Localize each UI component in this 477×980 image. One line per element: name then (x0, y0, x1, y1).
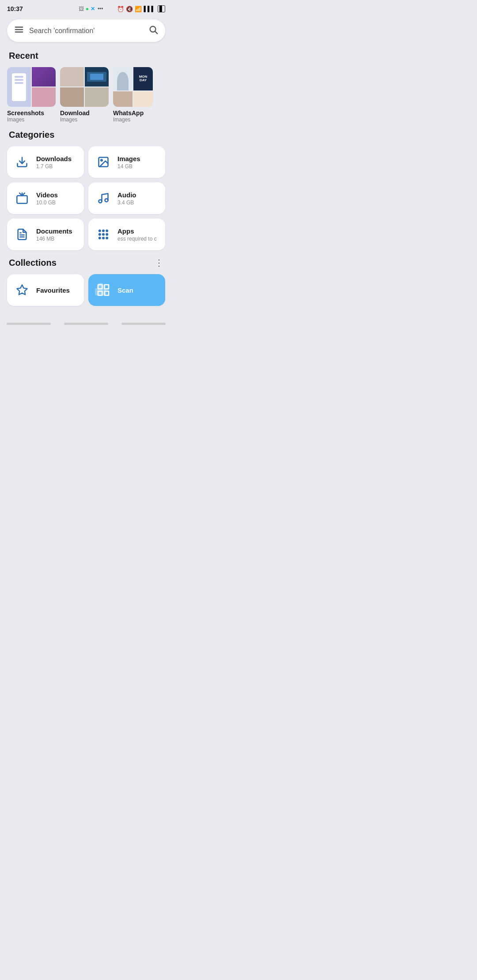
category-documents-info: Documents 146 MB (36, 227, 72, 242)
category-documents-size: 146 MB (36, 236, 72, 242)
signal-icon: ▌▌▌ (144, 6, 155, 12)
thumb-wa-2: MONDAY (133, 67, 153, 90)
svg-rect-28 (105, 291, 109, 295)
category-images-name: Images (117, 155, 140, 162)
category-audio-name: Audio (117, 191, 136, 199)
favourites-star-icon (14, 282, 30, 298)
time: 10:37 (7, 5, 23, 12)
photo-notification-icon: 🖼 (79, 6, 84, 12)
svg-point-22 (106, 237, 108, 239)
category-images[interactable]: Images 14 GB (88, 146, 165, 178)
category-apps-name: Apps (117, 227, 157, 235)
whatsapp-notification-icon: ● (86, 6, 89, 12)
status-icons: 🖼 ● ✕ ••• ⏰ 🔇 📶 ▌▌▌ ▋ (79, 5, 165, 12)
collections-title: Collections (9, 258, 57, 268)
videos-icon (14, 190, 30, 206)
svg-point-21 (102, 237, 104, 239)
thumb-wa-1 (113, 67, 132, 90)
nav-pill-2 (64, 323, 108, 325)
search-placeholder[interactable]: Search 'confirmation' (29, 27, 143, 35)
category-images-info: Images 14 GB (117, 155, 140, 170)
album-download-type: Images (60, 117, 109, 123)
thumb-wa-4 (133, 91, 153, 107)
album-download[interactable]: Download Images (60, 67, 109, 123)
svg-rect-26 (105, 285, 109, 289)
svg-line-4 (155, 31, 157, 34)
recent-section: Recent Screenshots Images (0, 51, 172, 123)
svg-point-14 (99, 230, 101, 232)
images-icon (95, 154, 111, 170)
categories-section: Categories Downloads 1.7 GB (0, 130, 172, 250)
category-videos[interactable]: Videos 10.0 GB (7, 182, 84, 214)
collections-section: Collections ⋮ Favourites (0, 257, 172, 313)
svg-point-7 (101, 159, 102, 161)
search-container: Search 'confirmation' (0, 16, 172, 47)
category-apps-size: ess required to c (117, 236, 157, 242)
category-downloads-info: Downloads 1.7 GB (36, 155, 72, 170)
svg-point-19 (106, 234, 108, 235)
thumb-download-3 (60, 87, 84, 107)
status-bar: 10:37 🖼 ● ✕ ••• ⏰ 🔇 📶 ▌▌▌ ▋ (0, 0, 172, 16)
thumb-download-2 (85, 67, 109, 87)
audio-icon (95, 190, 111, 206)
collections-header: Collections ⋮ (7, 257, 165, 268)
wifi-icon: 📶 (135, 6, 142, 12)
thumb-download-4 (85, 87, 109, 107)
collection-favourites-name: Favourites (36, 286, 70, 294)
album-whatsapp[interactable]: MONDAY WhatsApp Images (113, 67, 153, 123)
thumb-screenshot-2 (32, 67, 56, 87)
album-screenshots[interactable]: Screenshots Images (7, 67, 56, 123)
svg-rect-27 (98, 291, 102, 295)
category-apps-info: Apps ess required to c (117, 227, 157, 242)
recent-title: Recent (7, 51, 165, 61)
svg-point-20 (99, 237, 101, 239)
svg-point-15 (102, 230, 104, 232)
categories-grid: Downloads 1.7 GB Images 14 GB (7, 146, 165, 250)
thumb-screenshot-3 (32, 87, 56, 107)
search-icon[interactable] (148, 25, 158, 37)
category-downloads-size: 1.7 GB (36, 163, 72, 170)
category-videos-size: 10.0 GB (36, 200, 58, 206)
album-whatsapp-name: WhatsApp (113, 109, 153, 117)
category-audio-size: 3.4 GB (117, 200, 136, 206)
thumb-wa-3 (113, 91, 132, 107)
menu-icon[interactable] (14, 25, 24, 37)
collections-grid: Favourites Scan (7, 274, 165, 306)
battery-icon: ▋ (158, 5, 165, 12)
twitter-notification-icon: ✕ (91, 6, 95, 12)
collection-scan-name: Scan (117, 286, 133, 294)
albums-scroll[interactable]: Screenshots Images Download Images (7, 67, 165, 123)
scan-icon (95, 282, 111, 298)
svg-point-16 (106, 230, 108, 232)
svg-point-17 (99, 234, 101, 235)
album-whatsapp-type: Images (113, 117, 153, 123)
search-bar[interactable]: Search 'confirmation' (7, 19, 165, 42)
category-downloads-name: Downloads (36, 155, 72, 162)
collection-scan[interactable]: Scan (88, 274, 165, 306)
category-downloads[interactable]: Downloads 1.7 GB (7, 146, 84, 178)
collection-favourites[interactable]: Favourites (7, 274, 84, 306)
bottom-nav (0, 318, 172, 334)
svg-marker-23 (17, 285, 27, 294)
category-videos-info: Videos 10.0 GB (36, 191, 58, 206)
thumb-screenshot-1 (7, 67, 31, 107)
download-icon (14, 154, 30, 170)
category-audio-info: Audio 3.4 GB (117, 191, 136, 206)
thumb-download-1 (60, 67, 84, 87)
collections-more-icon[interactable]: ⋮ (155, 257, 163, 268)
nav-pill-3 (121, 323, 166, 325)
category-videos-name: Videos (36, 191, 58, 199)
more-notifications-icon: ••• (98, 6, 103, 12)
category-documents-name: Documents (36, 227, 72, 235)
category-audio[interactable]: Audio 3.4 GB (88, 182, 165, 214)
nav-pill-1 (7, 323, 51, 325)
svg-point-10 (99, 200, 102, 203)
svg-point-18 (102, 234, 104, 235)
apps-icon (95, 226, 111, 242)
categories-title: Categories (7, 130, 165, 140)
category-images-size: 14 GB (117, 163, 140, 170)
category-documents[interactable]: Documents 146 MB (7, 219, 84, 250)
album-screenshots-type: Images (7, 117, 56, 123)
category-apps[interactable]: Apps ess required to c (88, 219, 165, 250)
documents-icon (14, 226, 30, 242)
